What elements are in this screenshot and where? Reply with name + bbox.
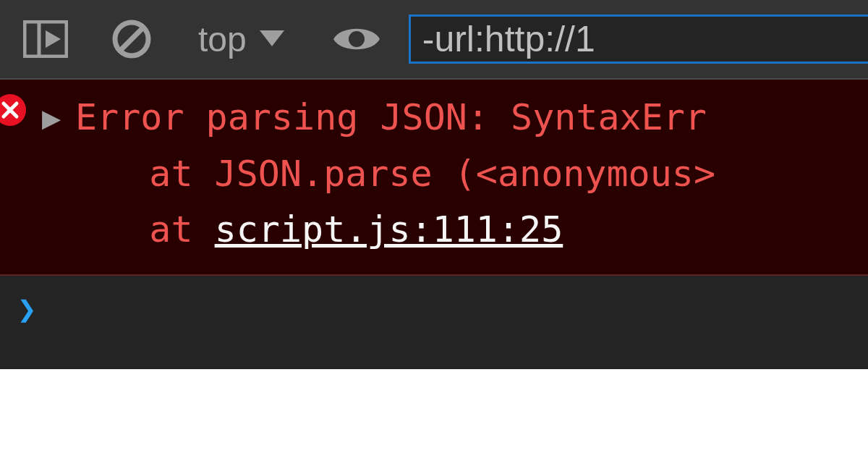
context-selector[interactable]: top (178, 10, 305, 68)
devtools-console: top ▶ Error (0, 0, 868, 369)
context-label: top (198, 20, 247, 59)
ban-icon (111, 19, 152, 59)
toggle-panel-button[interactable] (6, 10, 85, 68)
console-toolbar: top (0, 0, 868, 80)
console-error-entry[interactable]: ▶ Error parsing JSON: SyntaxErr at JSON.… (0, 80, 868, 276)
prompt-caret-icon: ❯ (17, 290, 37, 327)
dropdown-caret-icon (260, 30, 284, 48)
live-expression-button[interactable] (313, 10, 400, 68)
stack-line-2: at script.js:111:25 (84, 202, 715, 258)
console-prompt[interactable]: ❯ (0, 276, 868, 356)
svg-point-6 (349, 31, 365, 47)
clear-console-button[interactable] (94, 10, 169, 68)
eye-icon (331, 22, 383, 56)
filter-input[interactable] (409, 14, 868, 64)
error-icon (0, 94, 26, 126)
svg-line-4 (120, 28, 143, 51)
page-whitespace (0, 369, 868, 456)
source-location-link[interactable]: script.js:111:25 (215, 208, 563, 250)
svg-marker-5 (260, 30, 284, 46)
console-output: ▶ Error parsing JSON: SyntaxErr at JSON.… (0, 80, 868, 356)
error-body: ▶ Error parsing JSON: SyntaxErr at JSON.… (42, 90, 715, 258)
expand-triangle-icon[interactable]: ▶ (42, 104, 61, 132)
stack-line-1: at JSON.parse (<anonymous> (84, 146, 715, 203)
panel-play-icon (23, 20, 68, 58)
error-message: Error parsing JSON: SyntaxErr (75, 90, 707, 146)
svg-marker-2 (46, 30, 61, 48)
